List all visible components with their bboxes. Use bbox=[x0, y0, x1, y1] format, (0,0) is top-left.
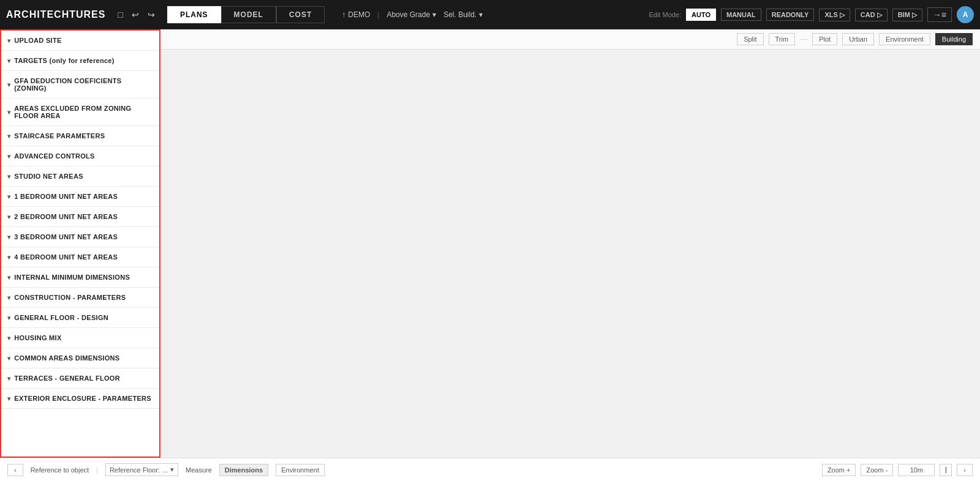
bottom-separator-1: | bbox=[96, 466, 98, 474]
sidebar-item-label: 2 BEDROOM UNIT NET AREAS bbox=[14, 213, 118, 220]
sidebar-item-common-areas-dim[interactable]: ▾ COMMON AREAS DIMENSIONS bbox=[1, 348, 159, 368]
view-plot[interactable]: Plot bbox=[812, 33, 837, 45]
header: ARCHITECHTURES □ ↩ ↪ PLANS MODEL COST ↑ … bbox=[0, 0, 980, 29]
sidebar-item-general-floor-design[interactable]: ▾ GENERAL FLOOR - DESIGN bbox=[1, 308, 159, 328]
grade-dropdown[interactable]: Above Grade ▾ bbox=[386, 10, 436, 19]
view-environment[interactable]: Environment bbox=[879, 33, 930, 45]
bottom-bar: ‹ Reference to object | Reference Floor:… bbox=[0, 458, 980, 481]
build-label: Sel. Build. bbox=[443, 10, 477, 19]
sidebar-item-label: COMMON AREAS DIMENSIONS bbox=[14, 354, 119, 362]
chevron-icon: ▾ bbox=[7, 153, 10, 160]
sidebar-item-internal-min-dim[interactable]: ▾ INTERNAL MINIMUM DIMENSIONS bbox=[1, 267, 159, 288]
sidebar-item-studio-net-areas[interactable]: ▾ STUDIO NET AREAS bbox=[1, 166, 159, 187]
zoom-plus-btn[interactable]: Zoom + bbox=[822, 464, 856, 476]
chevron-icon: ▾ bbox=[7, 315, 10, 321]
sidebar-item-label: UPLOAD SITE bbox=[14, 37, 61, 44]
sidebar-collapse-right[interactable]: › bbox=[957, 464, 973, 476]
sidebar-item-label: GFA DEDUCTION COEFICIENTS (ZONING) bbox=[14, 77, 153, 92]
export-xls[interactable]: XLS ▷ bbox=[819, 9, 850, 21]
sidebar-item-targets[interactable]: ▾ TARGETS (only for reference) bbox=[1, 51, 159, 71]
chevron-icon: ▾ bbox=[7, 193, 10, 200]
sidebar-collapse-left[interactable]: ‹ bbox=[7, 464, 23, 476]
sidebar-item-label: ADVANCED CONTROLS bbox=[14, 152, 94, 160]
canvas-area: Split Trim — Plot Urban Environment Buil… bbox=[160, 29, 980, 458]
demo-label: ↑ DEMO bbox=[342, 10, 370, 19]
sidebar-item-advanced-controls[interactable]: ▾ ADVANCED CONTROLS bbox=[1, 146, 159, 166]
measure-label: Measure bbox=[186, 466, 212, 474]
sidebar-item-staircase-parameters[interactable]: ▾ STAIRCASE PARAMETERS bbox=[1, 126, 159, 146]
sidebar-item-label: EXTERIOR ENCLOSURE - PARAMETERS bbox=[14, 395, 151, 402]
reference-to-object: Reference to object bbox=[31, 466, 89, 474]
xls-arrow-icon: ▷ bbox=[840, 11, 845, 19]
zoom-minus-btn[interactable]: Zoom - bbox=[861, 464, 893, 476]
bottom-right: Zoom + Zoom - 10m | › bbox=[822, 464, 973, 476]
chevron-icon: ▾ bbox=[7, 109, 10, 116]
sidebar-item-construction-params[interactable]: ▾ CONSTRUCTION - PARAMETERS bbox=[1, 288, 159, 308]
sidebar-item-upload-site[interactable]: ▾ UPLOAD SITE bbox=[1, 31, 159, 51]
chevron-icon: ▾ bbox=[7, 234, 10, 240]
view-toolbar: Split Trim — Plot Urban Environment Buil… bbox=[160, 29, 980, 50]
sidebar-item-label: TARGETS (only for reference) bbox=[14, 57, 114, 64]
mode-manual[interactable]: MANUAL bbox=[721, 9, 761, 21]
expand-icon[interactable]: →≡ bbox=[927, 7, 952, 22]
tab-cost[interactable]: COST bbox=[276, 6, 325, 23]
bottom-collapse-btn[interactable]: | bbox=[940, 464, 952, 476]
chevron-icon: ▾ bbox=[7, 37, 10, 44]
edit-mode-label: Edit Mode: bbox=[649, 11, 681, 18]
build-dropdown[interactable]: Sel. Build. ▾ bbox=[443, 10, 483, 19]
btn-environment[interactable]: Environment bbox=[276, 464, 325, 476]
chevron-icon: ▾ bbox=[7, 335, 10, 341]
grade-label: Above Grade bbox=[386, 10, 430, 19]
sidebar-item-exterior-enclosure[interactable]: ▾ EXTERIOR ENCLOSURE - PARAMETERS bbox=[1, 389, 159, 409]
sidebar-item-housing-mix[interactable]: ▾ HOUSING MIX bbox=[1, 328, 159, 348]
chevron-icon: ▾ bbox=[7, 375, 10, 382]
demo-arrow-icon: ↑ bbox=[342, 10, 345, 19]
export-bim[interactable]: BIM ▷ bbox=[892, 9, 922, 21]
logo: ARCHITECHTURES bbox=[6, 9, 105, 20]
chevron-icon: ▾ bbox=[7, 81, 10, 88]
view-urban[interactable]: Urban bbox=[842, 33, 874, 45]
demo-text: DEMO bbox=[348, 10, 370, 19]
header-right: Edit Mode: AUTO MANUAL READONLY XLS ▷ CA… bbox=[649, 6, 974, 23]
sidebar-item-terraces-general-floor[interactable]: ▾ TERRACES - GENERAL FLOOR bbox=[1, 368, 159, 389]
build-chevron-icon: ▾ bbox=[479, 10, 483, 19]
sidebar-item-2-bedroom[interactable]: ▾ 2 BEDROOM UNIT NET AREAS bbox=[1, 207, 159, 227]
sidebar-item-4-bedroom[interactable]: ▾ 4 BEDROOM UNIT NET AREAS bbox=[1, 247, 159, 267]
chevron-icon: ▾ bbox=[7, 173, 10, 180]
main-layout: ▾ UPLOAD SITE ▾ TARGETS (only for refere… bbox=[0, 29, 980, 458]
sidebar-item-1-bedroom[interactable]: ▾ 1 BEDROOM UNIT NET AREAS bbox=[1, 187, 159, 207]
mode-readonly[interactable]: READONLY bbox=[766, 9, 815, 21]
nav-tabs: PLANS MODEL COST bbox=[167, 6, 325, 23]
sidebar-item-label: 4 BEDROOM UNIT NET AREAS bbox=[14, 253, 118, 261]
mode-auto[interactable]: AUTO bbox=[686, 9, 716, 21]
reference-floor-value: ... bbox=[162, 466, 168, 474]
chevron-icon: ▾ bbox=[7, 58, 10, 64]
reference-floor-dropdown[interactable]: Reference Floor: ... ▾ bbox=[105, 463, 178, 476]
sidebar-item-areas-excluded[interactable]: ▾ AREAS EXCLUDED FROM ZONING FLOOR AREA bbox=[1, 99, 159, 126]
view-trim[interactable]: Trim bbox=[769, 33, 796, 45]
sidebar-item-label: 3 BEDROOM UNIT NET AREAS bbox=[14, 233, 118, 240]
chevron-icon: ▾ bbox=[7, 254, 10, 261]
export-cad[interactable]: CAD ▷ bbox=[855, 9, 888, 21]
sidebar-item-label: CONSTRUCTION - PARAMETERS bbox=[14, 294, 126, 301]
xls-label: XLS bbox=[824, 11, 837, 18]
reference-floor-label: Reference Floor: bbox=[110, 466, 160, 474]
btn-dimensions[interactable]: Dimensions bbox=[219, 464, 268, 476]
view-split[interactable]: Split bbox=[737, 33, 763, 45]
undo-icon[interactable]: ↩ bbox=[129, 9, 141, 21]
save-icon[interactable]: □ bbox=[115, 9, 125, 21]
bim-arrow-icon: ▷ bbox=[912, 11, 917, 19]
redo-icon[interactable]: ↪ bbox=[145, 9, 157, 21]
avatar[interactable]: A bbox=[957, 6, 974, 23]
canvas-content bbox=[160, 50, 980, 458]
sidebar-item-gfa-deduction[interactable]: ▾ GFA DEDUCTION COEFICIENTS (ZONING) bbox=[1, 71, 159, 99]
chevron-icon: ▾ bbox=[7, 274, 10, 281]
sidebar-item-3-bedroom[interactable]: ▾ 3 BEDROOM UNIT NET AREAS bbox=[1, 227, 159, 247]
chevron-icon: ▾ bbox=[7, 214, 10, 220]
view-building[interactable]: Building bbox=[935, 33, 973, 45]
sidebar-item-label: HOUSING MIX bbox=[14, 334, 61, 341]
tab-model[interactable]: MODEL bbox=[221, 6, 276, 23]
sidebar-item-label: STUDIO NET AREAS bbox=[14, 173, 83, 180]
tab-plans[interactable]: PLANS bbox=[167, 6, 221, 23]
sidebar-item-label: AREAS EXCLUDED FROM ZONING FLOOR AREA bbox=[14, 105, 153, 119]
